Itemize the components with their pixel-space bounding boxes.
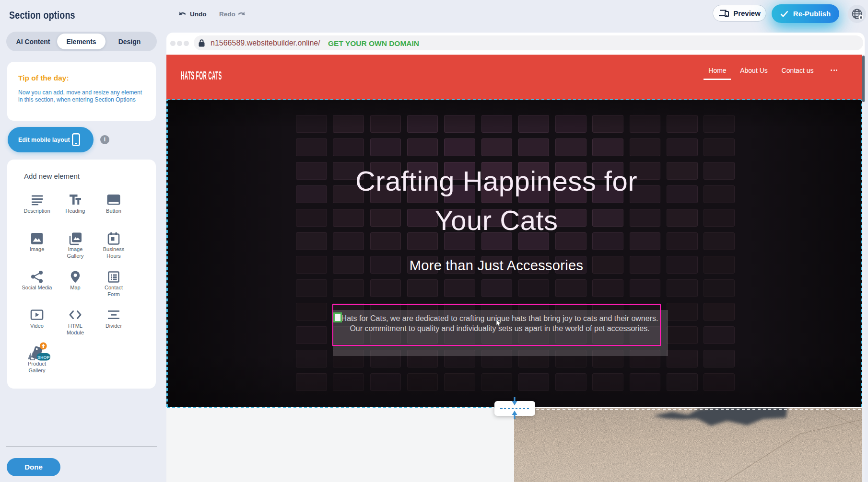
svg-text:SHOP: SHOP (37, 355, 50, 360)
